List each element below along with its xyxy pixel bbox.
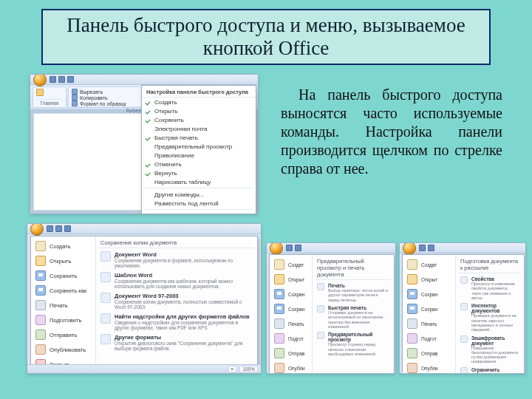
- check-icon: [145, 200, 151, 206]
- submenu-item[interactable]: Инспектор документовПроверка документа н…: [459, 301, 521, 333]
- submenu-item[interactable]: Документ Word 97-2003Сохранение копии до…: [99, 291, 254, 312]
- office-button-icon[interactable]: [270, 242, 283, 255]
- qat-menu-item[interactable]: Разместить под лентой: [142, 199, 256, 208]
- office-menu-item[interactable]: Подгот: [403, 331, 455, 346]
- submenu-header: Подготовка документа к рассылке: [459, 257, 521, 273]
- office-menu[interactable]: СоздатОткрытСохранСохранПечатьПодготОтпр…: [402, 254, 525, 372]
- office-button-icon[interactable]: [30, 223, 44, 236]
- office-menu-item[interactable]: Сохран: [403, 287, 455, 301]
- office-menu-item[interactable]: Опубли: [270, 361, 312, 374]
- office-menu-item[interactable]: Сохран: [270, 301, 312, 316]
- office-menu-item[interactable]: Опубли: [403, 361, 455, 374]
- qat-item-icon[interactable]: [67, 76, 74, 83]
- qat-menu-item[interactable]: Создать: [142, 98, 256, 106]
- menu-item-label: Опубли: [421, 366, 438, 371]
- prepare-submenu[interactable]: Подготовка документа к рассылке Свойства…: [456, 255, 524, 374]
- status-view-button[interactable]: ≡: [228, 366, 237, 372]
- office-menu-item[interactable]: Сохран: [403, 301, 455, 316]
- office-menu-item[interactable]: Создать: [31, 239, 95, 253]
- office-menu[interactable]: СоздатьОткрытьСохранитьСохранить какПеча…: [30, 236, 258, 372]
- qat-menu-item[interactable]: Правописание: [142, 151, 256, 160]
- office-menu-item[interactable]: Создат: [403, 257, 455, 272]
- qat-menu-item[interactable]: Быстрая печать: [142, 133, 256, 142]
- office-menu-item[interactable]: Печать: [270, 316, 312, 331]
- prep-icon: [407, 333, 417, 344]
- submenu-item[interactable]: Ограничить разрешенияПредоставление поль…: [459, 366, 521, 374]
- office-menu-item[interactable]: Печать: [31, 298, 95, 313]
- office-menu-item[interactable]: Подготовить: [31, 313, 95, 327]
- office-menu-left[interactable]: СоздатОткрытСохранСохранПечатьПодготОтпр…: [403, 255, 456, 374]
- office-menu-item[interactable]: Опубликовать: [31, 342, 95, 357]
- qat-menu-item[interactable]: Сохранить: [142, 115, 256, 124]
- qat-menu-item[interactable]: Вернуть: [142, 168, 256, 177]
- office-menu-item[interactable]: Отправ: [270, 346, 312, 361]
- office-menu-item[interactable]: Открыт: [270, 272, 312, 287]
- office-menu-item[interactable]: Печать: [403, 316, 455, 331]
- qat-item-icon[interactable]: [58, 76, 65, 83]
- print-icon: [407, 318, 417, 329]
- office-menu-item[interactable]: Сохран: [270, 287, 312, 301]
- office-menu-item[interactable]: Сохранить: [31, 268, 95, 283]
- print-submenu[interactable]: Предварительный просмотр и печать докуме…: [313, 255, 394, 374]
- qat-item-icon[interactable]: [50, 76, 56, 83]
- qat-menu-item[interactable]: Предварительный просмотр: [142, 142, 256, 151]
- office-menu-item[interactable]: Отправить: [31, 327, 95, 342]
- office-menu-item[interactable]: Создат: [270, 257, 312, 272]
- qat-customize-dropdown[interactable]: Настройка панели быстрого доступа Создат…: [141, 85, 256, 214]
- save-as-submenu[interactable]: Сохранение копии документа Документ Word…: [96, 236, 257, 374]
- qat-menu-item[interactable]: Свернуть ленту: [142, 211, 256, 214]
- submenu-item[interactable]: Зашифровать документПовышение безопаснос…: [459, 334, 521, 366]
- new-icon: [407, 259, 417, 270]
- office-menu-item[interactable]: Сохранить как: [31, 283, 95, 298]
- item-title: Другие форматы: [115, 334, 253, 341]
- menu-item-label: Предварительный просмотр: [154, 143, 232, 150]
- slide-title-frame: Панель быстрого доступа и меню, вызываем…: [41, 9, 491, 65]
- office-menu-item[interactable]: Подгот: [270, 331, 312, 346]
- copy-icon[interactable]: [72, 95, 78, 100]
- open-icon: [274, 274, 284, 284]
- menu-item-label: Быстрая печать: [154, 134, 198, 141]
- quick-access-toolbar[interactable]: [50, 76, 74, 83]
- submenu-item[interactable]: Шаблон WordСохранение документа как шабл…: [99, 270, 254, 291]
- office-menu-item[interactable]: Отправ: [403, 346, 455, 361]
- item-icon: [317, 332, 324, 339]
- ribbon-format-painter[interactable]: Формат по образцу: [80, 101, 126, 106]
- submenu-item[interactable]: Документ WordСохранение документа в форм…: [99, 250, 254, 270]
- check-icon: [145, 117, 151, 123]
- check-icon: [145, 191, 151, 197]
- ribbon-copy[interactable]: Копировать: [80, 95, 108, 100]
- submenu-item[interactable]: ПечатьВыбор принтера, числа копий и друг…: [316, 282, 391, 304]
- submenu-item[interactable]: Предварительный просмотрПросмотр страниц…: [316, 330, 391, 358]
- qat-menu-item[interactable]: Другие команды...: [142, 190, 256, 199]
- qat-menu-item[interactable]: Нарисовать таблицу: [142, 177, 256, 186]
- office-menu-item[interactable]: Открыт: [403, 272, 455, 287]
- paste-icon[interactable]: [36, 89, 44, 96]
- office-menu-left[interactable]: СоздатОткрытСохранСохранПечатьПодготОтпр…: [270, 255, 313, 374]
- submenu-item[interactable]: Другие форматыОткрытие диалогового окна …: [99, 332, 254, 353]
- office-button-icon[interactable]: [33, 74, 47, 86]
- office-menu[interactable]: СоздатОткрытСохранСохранПечатьПодготОтпр…: [269, 254, 395, 372]
- new-icon: [35, 241, 46, 251]
- item-title: Зашифровать документ: [471, 335, 519, 346]
- menu-item-label: Правописание: [154, 152, 194, 159]
- office-button-icon[interactable]: [403, 242, 416, 255]
- qat-menu-item[interactable]: Электронная почта: [142, 124, 256, 133]
- qat-menu-item[interactable]: Отменить: [142, 160, 256, 168]
- qat-menu-item[interactable]: Открыть: [142, 106, 256, 115]
- submenu-item[interactable]: Быстрая печатьОтправка документа на испо…: [316, 304, 391, 330]
- menu-item-label: Печать: [50, 302, 68, 309]
- ribbon-cut[interactable]: Вырезать: [80, 89, 103, 95]
- menu-item-label: Создать: [154, 99, 177, 106]
- status-zoom[interactable]: 100%: [239, 366, 258, 372]
- item-title: Ограничить разрешения: [471, 367, 519, 374]
- item-subtitle: Сохранение документа как шаблона, которы…: [115, 279, 253, 290]
- submenu-item[interactable]: Найти надстройки для других форматов фай…: [99, 312, 254, 332]
- office-menu-item[interactable]: Открыть: [31, 253, 95, 268]
- office-menu-left[interactable]: СоздатьОткрытьСохранитьСохранить какПеча…: [31, 236, 96, 374]
- format-painter-icon[interactable]: [72, 100, 78, 106]
- check-icon: [145, 161, 151, 167]
- menu-item-label: Сохранить: [154, 117, 184, 123]
- ribbon-tab[interactable]: Главная: [36, 99, 63, 106]
- cut-icon[interactable]: [72, 89, 78, 95]
- submenu-item[interactable]: СвойстваПросмотр и изменение свойств док…: [459, 275, 521, 301]
